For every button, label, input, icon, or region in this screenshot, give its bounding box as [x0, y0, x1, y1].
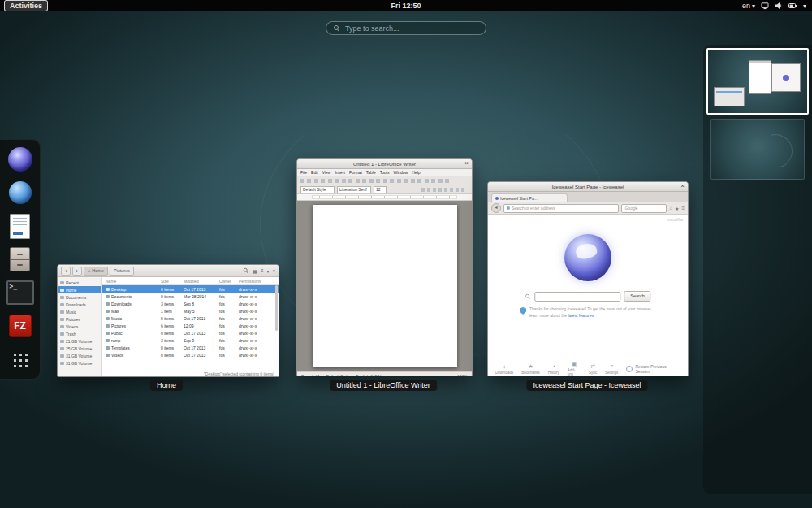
file-row[interactable]: Documents 0 items Mar 28 2014 fds drwxr-…: [102, 293, 279, 300]
sidebar-item[interactable]: Music: [58, 308, 102, 315]
url-bar[interactable]: Search or enter address: [503, 204, 619, 213]
column-name[interactable]: Name: [102, 279, 161, 284]
close-button[interactable]: ×: [464, 159, 469, 167]
search-field[interactable]: Google: [621, 204, 667, 213]
menu-item[interactable]: View: [322, 170, 331, 175]
file-row[interactable]: Public 0 items Oct 17 2013 fds drwxr-xr-…: [102, 329, 279, 336]
dash-item-files[interactable]: [6, 245, 34, 273]
sidebar-item[interactable]: Recent: [58, 279, 102, 286]
menu-item[interactable]: Insert: [335, 170, 345, 175]
file-row[interactable]: Pictures 6 items 12:09 fds drwxr-xr-x: [102, 322, 279, 329]
shortcut-button[interactable]: ↓ Downloads: [495, 363, 513, 375]
menu-item[interactable]: Edit: [311, 170, 318, 175]
document-area[interactable]: [297, 201, 472, 371]
dash-item-web[interactable]: [6, 179, 34, 206]
forward-button[interactable]: ▸: [72, 267, 82, 276]
file-row[interactable]: Mail 1 item May 5 fds drwxr-xr-x: [102, 307, 279, 315]
restore-session-button[interactable]: Restore Previous Session: [626, 364, 680, 374]
column-modified[interactable]: Modified: [184, 279, 219, 284]
shortcut-button[interactable]: ⇄ Sync: [589, 363, 597, 375]
search-icon[interactable]: [244, 268, 248, 273]
writer-standard-toolbar[interactable]: [297, 176, 472, 185]
overview-search[interactable]: Type to search...: [326, 21, 486, 35]
dash-item-terminal[interactable]: >_: [6, 279, 34, 306]
menu-item[interactable]: File: [300, 170, 307, 175]
sidebar-item[interactable]: Videos: [58, 323, 102, 330]
font-size-combo[interactable]: 12: [374, 186, 387, 193]
menu-item[interactable]: Format: [349, 170, 362, 175]
scrollbar[interactable]: [275, 285, 278, 331]
file-name: Downloads: [111, 302, 132, 306]
sidebar-item[interactable]: 21 GB Volume: [58, 337, 102, 345]
view-list-icon[interactable]: ≡: [261, 268, 264, 273]
menu-icon[interactable]: ≡: [681, 206, 685, 211]
file-permissions: drwxr-xr-x: [239, 287, 279, 292]
sidebar-item[interactable]: Home: [58, 286, 102, 293]
sidebar-item[interactable]: 31 GB Volume: [58, 352, 102, 359]
shortcut-button[interactable]: ★ Bookmarks: [521, 363, 540, 375]
home-search-input[interactable]: [534, 292, 620, 302]
path-button-home[interactable]: ⌂ Home: [84, 267, 108, 276]
workspace-thumbnail-1[interactable]: [706, 48, 809, 115]
sidebar-item[interactable]: 25 GB Volume: [58, 345, 102, 352]
shortcut-button[interactable]: ≡ Settings: [605, 363, 618, 375]
window-writer[interactable]: Untitled 1 - LibreOffice Writer × FileEd…: [296, 158, 473, 376]
place-icon: [60, 318, 64, 321]
shortcut-button[interactable]: ▣ Add-ons: [568, 361, 581, 376]
view-grid-icon[interactable]: ▦: [253, 268, 257, 274]
file-row[interactable]: Music 0 items Oct 17 2013 fds drwxr-xr-x: [102, 315, 279, 322]
window-iceweasel[interactable]: Iceweasel Start Page - Iceweasel × Icewe…: [487, 181, 689, 376]
sidebar-item[interactable]: Documents: [58, 293, 102, 301]
browser-tab[interactable]: Iceweasel Start Pa...: [491, 193, 568, 202]
close-button[interactable]: ×: [680, 182, 685, 189]
sidebar-item[interactable]: Trash: [58, 330, 102, 337]
clock[interactable]: Fri 12:50: [391, 2, 421, 10]
zoom-level[interactable]: 100%: [457, 374, 468, 376]
file-permissions: drwxr-xr-x: [239, 316, 279, 321]
shortcut-label: Sync: [589, 371, 597, 375]
menu-item[interactable]: Table: [366, 170, 376, 175]
input-source-indicator[interactable]: en ▾: [742, 2, 755, 10]
navigation-bar: ◂ Search or enter address Google ⌂ ★ ≡: [488, 202, 688, 215]
shortcut-label: Add-ons: [568, 368, 581, 376]
file-row[interactable]: ramp 3 items Sep 9 fds drwxr-xr-x: [102, 336, 279, 344]
paragraph-style-combo[interactable]: Default Style: [300, 186, 335, 193]
system-status-area[interactable]: en ▾ ▾: [742, 2, 806, 10]
menu-item[interactable]: Window: [393, 170, 408, 175]
dash-item-writer[interactable]: [6, 212, 34, 240]
dash-item-iceweasel[interactable]: [6, 145, 34, 173]
chevron-down-icon[interactable]: ▾: [266, 268, 269, 274]
workspace-thumbnail-2[interactable]: [710, 119, 805, 180]
sidebar-item[interactable]: Pictures: [58, 315, 102, 323]
document-page[interactable]: [313, 205, 457, 367]
path-button-pictures[interactable]: Pictures: [110, 267, 134, 276]
file-row[interactable]: Templates 0 items Oct 17 2013 fds drwxr-…: [102, 344, 279, 351]
window-files[interactable]: ◂ ▸ ⌂ Home Pictures ▦ ≡ ▾ × Recent: [57, 264, 279, 377]
activities-button[interactable]: Activities: [4, 0, 48, 11]
sidebar-item[interactable]: Downloads: [58, 301, 102, 308]
features-link[interactable]: latest features.: [568, 313, 595, 318]
back-button[interactable]: ◂: [61, 267, 71, 276]
column-size[interactable]: Size: [161, 279, 184, 284]
file-row[interactable]: Downloads 3 items Sep 8 fds drwxr-xr-x: [102, 300, 279, 307]
file-rows: Desktop 0 items Oct 17 2013 fds drwxr-xr…: [102, 285, 279, 358]
bookmark-star-icon[interactable]: ★: [675, 206, 679, 211]
font-name-combo[interactable]: Liberation Serif: [337, 186, 371, 193]
dash-item-filezilla[interactable]: FZ: [6, 312, 34, 340]
menu-item[interactable]: Tools: [380, 170, 390, 175]
column-owner[interactable]: Owner: [219, 279, 239, 284]
home-search-button[interactable]: Search: [624, 291, 650, 302]
shortcut-button[interactable]: ◔ History: [548, 363, 559, 375]
sidebar-item[interactable]: 31 GB Volume: [58, 359, 102, 367]
file-permissions: drwxr-xr-x: [239, 331, 279, 336]
close-button[interactable]: ×: [272, 268, 275, 273]
menu-item[interactable]: Help: [412, 170, 420, 175]
status-item: Default Style: [326, 374, 349, 376]
file-name: Desktop: [111, 287, 126, 292]
show-applications-button[interactable]: [6, 345, 34, 373]
back-button[interactable]: ◂: [491, 203, 501, 213]
file-row[interactable]: Videos 0 items Oct 17 2013 fds drwxr-xr-…: [102, 351, 279, 358]
file-row[interactable]: Desktop 0 items Oct 17 2013 fds drwxr-xr…: [102, 285, 279, 293]
home-icon[interactable]: ⌂: [669, 206, 672, 211]
column-permissions[interactable]: Permissions: [239, 279, 279, 284]
